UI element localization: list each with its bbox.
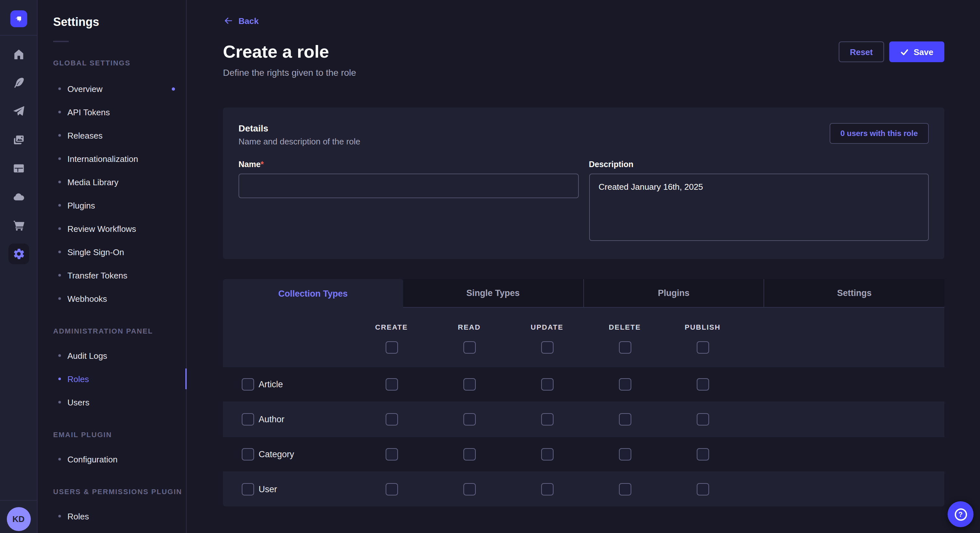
- article-delete-checkbox[interactable]: [619, 378, 631, 390]
- cloud-icon[interactable]: [8, 187, 29, 207]
- sidebar-item-configuration[interactable]: Configuration: [38, 447, 186, 471]
- sidebar-item-webhooks[interactable]: Webhooks: [38, 287, 186, 310]
- nav-list-global-settings: Overview API Tokens Releases Internation…: [38, 77, 186, 310]
- article-publish-checkbox[interactable]: [697, 378, 709, 390]
- sidebar-item-audit-logs[interactable]: Audit Logs: [38, 344, 186, 367]
- send-icon[interactable]: [8, 101, 29, 122]
- column-label-update: UPDATE: [531, 324, 563, 331]
- select-all-publish-checkbox[interactable]: [697, 341, 709, 354]
- icon-rail: KD: [0, 0, 38, 533]
- category-create-checkbox[interactable]: [385, 448, 398, 460]
- name-label: Name*: [239, 160, 264, 169]
- category-update-checkbox[interactable]: [541, 448, 553, 460]
- description-label: Description: [589, 160, 633, 169]
- sidebar-item-single-sign-on[interactable]: Single Sign-On: [38, 240, 186, 263]
- sidebar-item-releases[interactable]: Releases: [38, 124, 186, 147]
- tab-single-types[interactable]: Single Types: [403, 279, 583, 308]
- article-create-checkbox[interactable]: [385, 378, 398, 390]
- permissions-section: Collection Types Single Types Plugins Se…: [223, 279, 944, 506]
- sidebar-item-plugins[interactable]: Plugins: [38, 194, 186, 217]
- select-all-update-checkbox[interactable]: [541, 341, 553, 354]
- details-subtitle: Name and description of the role: [239, 136, 360, 146]
- author-row-checkbox[interactable]: [242, 413, 254, 425]
- tab-plugins[interactable]: Plugins: [583, 279, 764, 308]
- column-label-create: CREATE: [375, 324, 408, 331]
- sidebar-item-label: Single Sign-On: [67, 247, 124, 257]
- sidebar-item-label: Plugins: [67, 200, 95, 210]
- sidebar-item-label: Internationalization: [67, 154, 138, 163]
- arrow-left-icon: [223, 16, 233, 26]
- save-button[interactable]: Save: [889, 41, 944, 62]
- column-publish: PUBLISH: [664, 308, 741, 366]
- bullet-icon: [58, 251, 61, 253]
- category-row-checkbox[interactable]: [242, 448, 254, 460]
- bullet-icon: [58, 378, 61, 380]
- article-row-checkbox[interactable]: [242, 378, 254, 390]
- permissions-table-header: CREATE READ UPDATE DELETE: [223, 308, 944, 366]
- author-read-checkbox[interactable]: [463, 413, 476, 425]
- gear-icon[interactable]: [8, 244, 29, 264]
- sidebar-item-review-workflows[interactable]: Review Workflows: [38, 217, 186, 240]
- reset-button[interactable]: Reset: [839, 41, 884, 62]
- category-publish-checkbox[interactable]: [697, 448, 709, 460]
- category-read-checkbox[interactable]: [463, 448, 476, 460]
- home-icon[interactable]: [8, 44, 29, 65]
- media-library-icon[interactable]: [8, 130, 29, 150]
- row-label: User: [259, 484, 277, 494]
- feather-icon[interactable]: [8, 73, 29, 93]
- sidebar-item-internationalization[interactable]: Internationalization: [38, 147, 186, 170]
- users-with-role-button[interactable]: 0 users with this role: [829, 123, 929, 144]
- select-all-delete-checkbox[interactable]: [619, 341, 631, 354]
- sidebar-item-users[interactable]: Users: [38, 390, 186, 414]
- select-all-read-checkbox[interactable]: [463, 341, 476, 354]
- author-delete-checkbox[interactable]: [619, 413, 631, 425]
- sidebar-item-up-roles[interactable]: Roles: [38, 504, 186, 528]
- help-button[interactable]: ?: [948, 501, 974, 527]
- column-label-read: READ: [458, 324, 480, 331]
- description-textarea[interactable]: Created January 16th, 2025: [589, 174, 929, 241]
- page-header: Create a role Reset Save: [223, 41, 944, 62]
- sidebar-item-api-tokens[interactable]: API Tokens: [38, 100, 186, 124]
- strapi-logo[interactable]: [10, 10, 27, 27]
- name-input[interactable]: [239, 174, 579, 198]
- select-all-create-checkbox[interactable]: [385, 341, 398, 354]
- column-label-delete: DELETE: [609, 324, 641, 331]
- row-label: Article: [259, 379, 283, 389]
- divider: [53, 41, 69, 42]
- author-publish-checkbox[interactable]: [697, 413, 709, 425]
- avatar[interactable]: KD: [6, 507, 30, 531]
- user-row-checkbox[interactable]: [242, 483, 254, 495]
- sidebar-item-roles-active[interactable]: Roles: [38, 367, 186, 390]
- column-delete: DELETE: [586, 308, 664, 366]
- sidebar-item-providers[interactable]: Providers: [38, 528, 186, 533]
- page-subtitle: Define the rights given to the role: [223, 67, 944, 78]
- sidebar-item-label: Roles: [67, 374, 89, 384]
- user-publish-checkbox[interactable]: [697, 483, 709, 495]
- user-read-checkbox[interactable]: [463, 483, 476, 495]
- layout-icon[interactable]: [8, 158, 29, 179]
- category-delete-checkbox[interactable]: [619, 448, 631, 460]
- tab-collection-types[interactable]: Collection Types: [223, 279, 403, 308]
- back-link[interactable]: Back: [223, 16, 259, 26]
- sidebar-item-transfer-tokens[interactable]: Transfer Tokens: [38, 263, 186, 287]
- row-label-cell: Author: [223, 413, 353, 425]
- bullet-icon: [58, 297, 61, 300]
- user-delete-checkbox[interactable]: [619, 483, 631, 495]
- table-row-user: User: [223, 471, 944, 506]
- user-create-checkbox[interactable]: [385, 483, 398, 495]
- author-create-checkbox[interactable]: [385, 413, 398, 425]
- article-update-checkbox[interactable]: [541, 378, 553, 390]
- sidebar-item-label: Configuration: [67, 454, 118, 464]
- bullet-icon: [58, 204, 61, 206]
- user-update-checkbox[interactable]: [541, 483, 553, 495]
- column-label-publish: PUBLISH: [685, 324, 721, 331]
- article-read-checkbox[interactable]: [463, 378, 476, 390]
- strapi-logo-icon: [14, 14, 23, 24]
- sidebar-item-media-library[interactable]: Media Library: [38, 170, 186, 194]
- sidebar-item-label: Releases: [67, 130, 102, 140]
- author-update-checkbox[interactable]: [541, 413, 553, 425]
- sidebar-item-overview[interactable]: Overview: [38, 77, 186, 100]
- section-label-administration-panel: ADMINISTRATION PANEL: [53, 327, 186, 335]
- cart-icon[interactable]: [8, 215, 29, 236]
- tab-settings[interactable]: Settings: [764, 279, 945, 308]
